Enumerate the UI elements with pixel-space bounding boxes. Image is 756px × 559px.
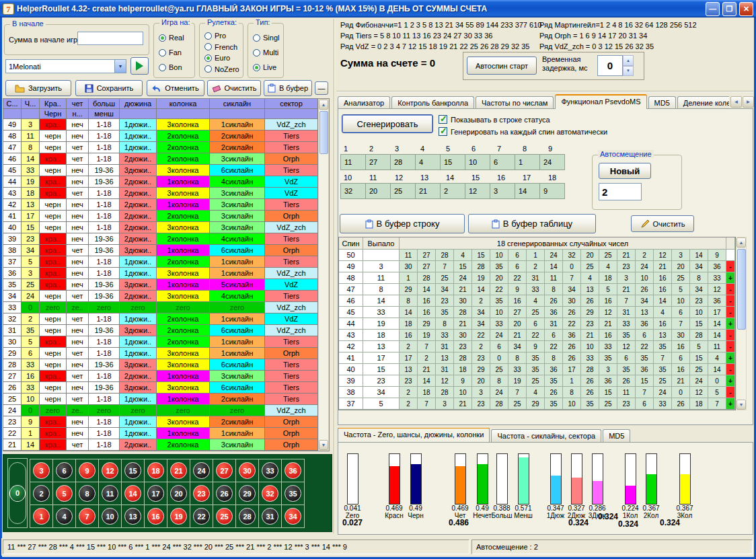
tab-3[interactable]: Частоты по числам xyxy=(476,96,554,109)
history-row-spin-44[interactable]: 4419кра..неч19-362дюжи..1колонка4сиклайн… xyxy=(3,176,318,188)
history-row-spin-46[interactable]: 4614кра..чет1-182дюжи..2колонка3сиклайнO… xyxy=(3,153,318,165)
gen-row-spin-44[interactable]: 4419182982134332063122232133361671514+ xyxy=(339,318,735,330)
board-cell-8[interactable]: 8 xyxy=(75,482,99,505)
history-row-spin-33[interactable]: 330zeroze..zerozerozerozeroVdZ_zch xyxy=(3,302,318,313)
radio-euro[interactable]: Euro xyxy=(204,53,241,63)
minimize-button[interactable]: — xyxy=(706,2,720,16)
board-cell-5[interactable]: 5 xyxy=(52,482,76,505)
checkbox-checked-icon[interactable] xyxy=(439,115,447,124)
history-row-spin-22[interactable]: 221кра..неч1-181дюжи..1колонка1сиклайнOr… xyxy=(3,428,318,439)
tab-5[interactable]: MD5 xyxy=(648,96,676,109)
board-cell-10[interactable]: 10 xyxy=(98,505,122,528)
grid-value-cell[interactable]: 3 xyxy=(490,183,515,199)
board-cell-13[interactable]: 13 xyxy=(121,505,145,528)
copy-table-button[interactable]: В буфер таблицу xyxy=(468,214,596,233)
board-cell-zero[interactable]: 0 xyxy=(7,458,28,528)
play-button[interactable] xyxy=(130,57,149,75)
grid-value-cell[interactable]: 32 xyxy=(340,183,366,199)
generated-scroll-thumb[interactable] xyxy=(737,249,746,330)
board-cell-19[interactable]: 19 xyxy=(167,505,190,528)
board-cell-26[interactable]: 26 xyxy=(213,482,236,505)
board-cell-30[interactable]: 30 xyxy=(235,459,259,482)
grid-value-cell[interactable]: 25 xyxy=(390,183,416,199)
history-scrollbar[interactable]: ▲ ▼ xyxy=(318,99,329,451)
gen-row-spin-43[interactable]: 43181619333022242122636211635613302814- xyxy=(339,330,735,341)
board-cell-31[interactable]: 31 xyxy=(258,505,282,528)
clear-button[interactable]: Очистить xyxy=(207,80,261,96)
history-row-spin-42[interactable]: 4213черннеч1-182дюжи..1колонка3сиклайнTi… xyxy=(3,199,318,211)
board-cell-33[interactable]: 33 xyxy=(258,459,282,482)
grid-value-cell[interactable]: 4 xyxy=(415,154,441,170)
spin-down-icon[interactable]: ▼ xyxy=(623,66,634,77)
board-cell-27[interactable]: 27 xyxy=(213,459,236,482)
board-cell-36[interactable]: 36 xyxy=(281,459,305,482)
board-cell-17[interactable]: 17 xyxy=(144,482,167,505)
radio-live[interactable]: Live xyxy=(253,63,281,72)
tab-scroll-right-icon[interactable]: ► xyxy=(743,96,754,108)
close-button[interactable]: ✕ xyxy=(739,2,753,16)
generated-table-scrollbar[interactable]: ▲ ▼ xyxy=(736,237,747,410)
history-row-spin-47[interactable]: 478чернчет1-181дюжи..2колонка2сиклайнTie… xyxy=(3,142,318,153)
tab-2[interactable]: Контроль банкролла xyxy=(391,96,474,109)
board-cell-23[interactable]: 23 xyxy=(190,482,213,505)
gen-row-spin-48[interactable]: 48111282524192022311174183101625833+ xyxy=(339,272,735,284)
clear-generated-button[interactable]: Очистить xyxy=(631,215,694,232)
gen-row-spin-49[interactable]: 4933027715283562140254232421203436- xyxy=(339,261,735,272)
grid-value-cell[interactable]: 1 xyxy=(515,154,540,170)
grid-value-cell[interactable]: 28 xyxy=(390,154,416,170)
history-row-spin-30[interactable]: 305кра..неч1-181дюжи..2колонка1сиклайнTi… xyxy=(3,336,318,348)
start-sum-input[interactable] xyxy=(77,32,143,45)
history-row-spin-25[interactable]: 2510чернчет1-181дюжи..1колонка2сиклайнTi… xyxy=(3,394,318,405)
tab-6[interactable]: Деление колеса на xyxy=(677,96,729,109)
board-cell-7[interactable]: 7 xyxy=(75,505,99,528)
board-cell-21[interactable]: 21 xyxy=(167,459,190,482)
board-cell-20[interactable]: 20 xyxy=(167,482,190,505)
board-cell-6[interactable]: 6 xyxy=(52,459,76,482)
board-cell-14[interactable]: 14 xyxy=(121,482,145,505)
grid-value-cell[interactable]: 10 xyxy=(465,154,490,170)
grid-value-cell[interactable]: 14 xyxy=(515,183,540,199)
history-row-spin-32[interactable]: 322чернчет1-181дюжи..2колонка1сиклайнVdZ xyxy=(3,313,318,325)
grid-value-cell[interactable]: 20 xyxy=(365,183,391,199)
radio-bon[interactable]: Bon xyxy=(159,63,192,72)
board-cell-22[interactable]: 22 xyxy=(190,505,213,528)
history-row-spin-35[interactable]: 3525кра..неч19-363дюжи..1колонка5сиклайн… xyxy=(3,279,318,291)
gen-row-spin-46[interactable]: 461481623302351642630261673414102336- xyxy=(339,295,735,307)
board-cell-29[interactable]: 29 xyxy=(235,482,259,505)
history-row-spin-28[interactable]: 2833черннеч19-363дюжи..3колонка6сиклайнT… xyxy=(3,359,318,371)
radio-singl[interactable]: Singl xyxy=(253,33,281,42)
history-row-spin-21[interactable]: 2114кра..чет1-182дюжи..2колонка3сиклайнO… xyxy=(3,439,318,451)
grid-value-cell[interactable]: 6 xyxy=(490,154,515,170)
history-row-spin-29[interactable]: 296чернчет1-181дюжи..3колонка1сиклайнOrp… xyxy=(3,348,318,359)
checkbox-auto-generate[interactable]: Генерировать на каждый спин автоматическ… xyxy=(439,127,607,136)
collapse-button[interactable]: — xyxy=(315,81,328,95)
board-cell-3[interactable]: 3 xyxy=(30,459,53,482)
radio-nozero[interactable]: NoZero xyxy=(204,65,241,74)
board-cell-16[interactable]: 16 xyxy=(144,505,167,528)
board-cell-12[interactable]: 12 xyxy=(98,459,122,482)
offset-input[interactable]: 2 xyxy=(599,183,642,200)
grid-value-cell[interactable]: 24 xyxy=(539,154,565,170)
tab-scroll-left-icon[interactable]: ◄ xyxy=(730,96,742,108)
gen-row-spin-47[interactable]: 47829143421142293383413521261653412- xyxy=(339,284,735,295)
generate-button[interactable]: Сгенерировать xyxy=(342,114,433,133)
radio-multi[interactable]: Multi xyxy=(253,48,281,57)
tab-4[interactable]: Функционал PsevdoMS xyxy=(555,94,646,109)
radio-pro[interactable]: Pro xyxy=(204,31,241,40)
history-row-spin-40[interactable]: 4015черннеч1-182дюжи..3колонка3сиклайнVd… xyxy=(3,222,318,233)
history-row-spin-34[interactable]: 3424чернчет19-362дюжи..3колонка4сиклайнT… xyxy=(3,291,318,302)
undo-button[interactable]: Отменить xyxy=(147,80,204,96)
autospin-button[interactable]: Автоспин старт xyxy=(467,57,537,75)
radio-real[interactable]: Real xyxy=(159,33,192,42)
history-row-spin-37[interactable]: 375кра..неч1-181дюжи..2колонка1сиклайнTi… xyxy=(3,256,318,268)
tab-1[interactable]: Анализатор xyxy=(338,96,390,109)
gen-row-spin-39[interactable]: 392323141292081925351263626152521240+ xyxy=(339,375,735,387)
maximize-button[interactable]: ❐ xyxy=(722,2,736,16)
strategy-combobox[interactable]: 1Melonati ▼ xyxy=(5,59,126,73)
copy-buffer-button[interactable]: В буфер xyxy=(264,80,312,96)
grid-value-cell[interactable]: 21 xyxy=(415,183,441,199)
gen-row-spin-40[interactable]: 401513213118292533353617283353635162514- xyxy=(339,364,735,375)
history-row-spin-31[interactable]: 3135черннеч19-363дюжи..2колонка6сиклайнV… xyxy=(3,325,318,336)
freq-tab-2[interactable]: Частота - сиклайны, сектора xyxy=(491,429,601,442)
board-cell-25[interactable]: 25 xyxy=(213,505,236,528)
